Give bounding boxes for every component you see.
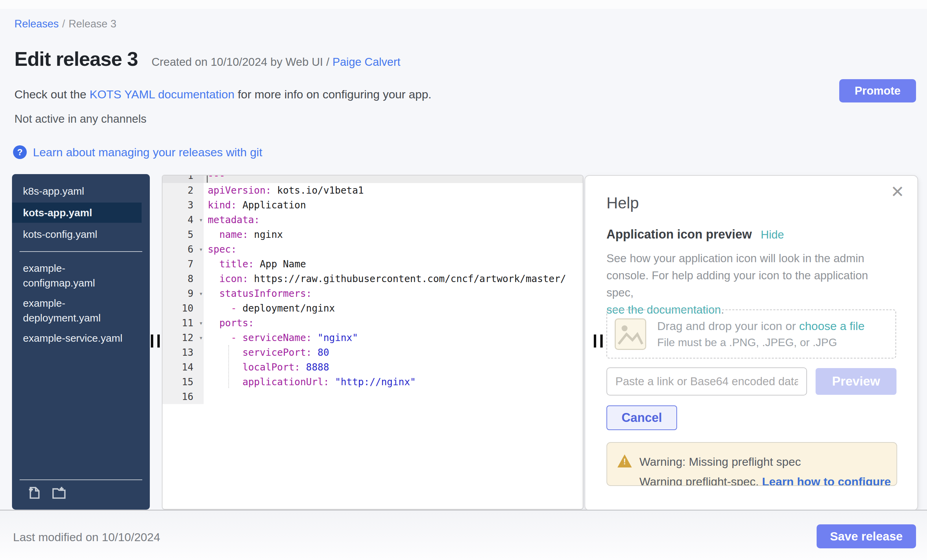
code-line-content[interactable]: - serviceName: "nginx" (204, 330, 583, 345)
breadcrumb: Releases/Release 3 (14, 18, 116, 30)
code-line-content[interactable]: - deployment/nginx (204, 301, 583, 316)
created-by-link[interactable]: Paige Calvert (333, 56, 400, 68)
code-line-content[interactable]: --- (204, 175, 583, 183)
code-line-9[interactable]: 9▾ statusInformers: (163, 286, 583, 301)
line-number: 9▾ (163, 286, 204, 301)
choose-file-link[interactable]: choose a file (799, 319, 865, 332)
code-line-8[interactable]: 8 icon: https://raw.githubusercontent.co… (163, 272, 583, 286)
channel-status: Not active in any channels (14, 112, 146, 126)
code-line-content[interactable]: title: App Name (204, 257, 583, 272)
line-number: 12▾ (163, 330, 204, 345)
fold-arrow-icon[interactable]: ▾ (199, 316, 203, 330)
code-line-16[interactable]: 16 (163, 389, 583, 404)
last-modified-text: Last modified on 10/10/2024 (13, 531, 160, 544)
resize-handle-left[interactable] (151, 334, 166, 348)
preview-button[interactable]: Preview (816, 368, 897, 395)
breadcrumb-current: Release 3 (68, 18, 117, 30)
sidebar-file-example-configmap.yaml[interactable]: example-configmap.yaml (12, 258, 150, 293)
dropzone-hint: File must be a .PNG, .JPEG, or .JPG (657, 336, 865, 349)
code-line-12[interactable]: 12▾ - serviceName: "nginx" (163, 330, 583, 345)
indent-guide (228, 345, 229, 388)
new-file-icon[interactable] (26, 485, 42, 501)
line-number: 11▾ (163, 316, 204, 330)
help-title: Help (606, 194, 639, 212)
created-info: Created on 10/10/2024 by Web UI / Paige … (152, 56, 400, 68)
icon-preview-title: Application icon preview (606, 227, 752, 241)
question-icon[interactable]: ? (13, 145, 27, 159)
code-line-content[interactable]: servicePort: 80 (204, 345, 583, 360)
docs-prefix: Check out the (14, 88, 90, 101)
promote-button[interactable]: Promote (839, 79, 916, 102)
code-line-content[interactable]: icon: https://raw.githubusercontent.com/… (204, 272, 583, 286)
code-line-content[interactable]: statusInformers: (204, 286, 583, 301)
line-number: 2 (163, 183, 204, 198)
text-cursor (207, 175, 208, 183)
code-line-5[interactable]: 5 name: nginx (163, 227, 583, 242)
git-help-link[interactable]: Learn about managing your releases with … (33, 146, 262, 159)
code-lines: 1---2apiVersion: kots.io/v1beta13kind: A… (163, 175, 583, 404)
line-number: 6▾ (163, 242, 204, 257)
line-number: 4▾ (163, 212, 204, 227)
learn-configure-link[interactable]: Learn how to configure (762, 475, 891, 486)
help-panel: ✕ Help Application icon preview Hide See… (585, 175, 918, 511)
line-number: 5 (163, 227, 204, 242)
sidebar-divider (20, 251, 142, 252)
code-line-content[interactable]: name: nginx (204, 227, 583, 242)
code-line-15[interactable]: 15 applicationUrl: "http://nginx" (163, 375, 583, 389)
code-line-content[interactable]: localPort: 8888 (204, 360, 583, 375)
docs-suffix: for more info on configuring your app. (234, 88, 432, 101)
hide-link[interactable]: Hide (761, 228, 784, 241)
code-line-1[interactable]: 1--- (163, 175, 583, 183)
code-line-4[interactable]: 4▾metadata: (163, 212, 583, 227)
code-line-content[interactable]: kind: Application (204, 198, 583, 212)
sidebar-footer-divider (20, 480, 142, 480)
icon-dropzone[interactable]: Drag and drop your icon or choose a file… (606, 310, 896, 358)
line-number: 14 (163, 360, 204, 375)
title-row: Edit release 3 Created on 10/10/2024 by … (14, 47, 400, 70)
new-folder-icon[interactable] (51, 485, 67, 501)
close-icon[interactable]: ✕ (891, 182, 904, 201)
sidebar-file-k8s-app.yaml[interactable]: k8s-app.yaml (12, 181, 150, 201)
code-line-13[interactable]: 13 servicePort: 80 (163, 345, 583, 360)
line-number: 15 (163, 375, 204, 389)
docs-line: Check out the KOTS YAML documentation fo… (14, 88, 432, 101)
warning-box: ! Warning: Missing preflight spec Warnin… (606, 442, 897, 486)
yaml-editor[interactable]: 1---2apiVersion: kots.io/v1beta13kind: A… (162, 175, 584, 510)
code-line-content[interactable]: spec: (204, 242, 583, 257)
kots-docs-link[interactable]: KOTS YAML documentation (90, 88, 234, 101)
sidebar-file-example-service.yaml[interactable]: example-service.yaml (12, 328, 150, 348)
sidebar-footer (12, 480, 150, 510)
fold-arrow-icon[interactable]: ▾ (199, 242, 203, 257)
dropzone-text: Drag and drop your icon or (657, 319, 799, 332)
sidebar-file-kots-config.yaml[interactable]: kots-config.yaml (12, 224, 150, 244)
file-sidebar: k8s-app.yamlkots-app.yamlkots-config.yam… (12, 174, 150, 510)
fold-arrow-icon[interactable]: ▾ (199, 212, 203, 227)
code-line-6[interactable]: 6▾spec: (163, 242, 583, 257)
sidebar-bottom-files: example-configmap.yamlexample-deployment… (12, 258, 150, 348)
git-help-row[interactable]: ? Learn about managing your releases wit… (13, 145, 262, 159)
code-line-content[interactable]: ports: (204, 316, 583, 330)
code-line-7[interactable]: 7 title: App Name (163, 257, 583, 272)
fold-arrow-icon[interactable]: ▾ (199, 330, 203, 345)
code-line-11[interactable]: 11▾ ports: (163, 316, 583, 330)
code-line-content[interactable]: metadata: (204, 212, 583, 227)
sidebar-file-kots-app.yaml[interactable]: kots-app.yaml (12, 203, 141, 223)
line-number: 1 (163, 175, 204, 183)
code-line-14[interactable]: 14 localPort: 8888 (163, 360, 583, 375)
fold-arrow-icon[interactable]: ▾ (199, 286, 203, 301)
top-strip (0, 0, 927, 9)
cancel-button[interactable]: Cancel (606, 405, 677, 430)
code-line-2[interactable]: 2apiVersion: kots.io/v1beta1 (163, 183, 583, 198)
resize-handle-right[interactable] (594, 334, 609, 348)
warning-detail: Warning preflight-spec. Learn how to con… (639, 475, 891, 486)
code-line-10[interactable]: 10 - deployment/nginx (163, 301, 583, 316)
save-release-button[interactable]: Save release (817, 524, 916, 548)
code-line-content[interactable]: apiVersion: kots.io/v1beta1 (204, 183, 583, 198)
icon-url-input[interactable] (606, 367, 807, 396)
code-line-3[interactable]: 3kind: Application (163, 198, 583, 212)
code-line-content[interactable]: applicationUrl: "http://nginx" (204, 375, 583, 389)
breadcrumb-releases-link[interactable]: Releases (14, 18, 59, 30)
code-line-content[interactable] (204, 389, 583, 404)
sidebar-file-example-deployment.yaml[interactable]: example-deployment.yaml (12, 293, 150, 328)
sidebar-top-files: k8s-app.yamlkots-app.yamlkots-config.yam… (12, 181, 150, 244)
